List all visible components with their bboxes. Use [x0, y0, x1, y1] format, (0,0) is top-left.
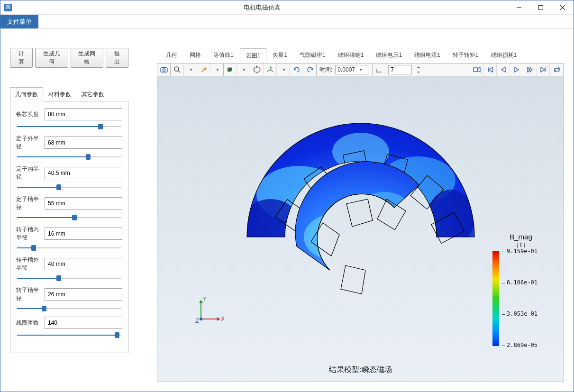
color-legend: B_mag （T） 9.159e-016.106e-013.053e-012.8… — [492, 233, 549, 346]
frame-input[interactable] — [388, 65, 412, 74]
param-label: 转子槽外半径 — [16, 256, 43, 272]
time-value: 0.0007 — [337, 66, 355, 73]
axes-icon[interactable]: y — [264, 64, 277, 76]
content: 计算 生成几何 生成网格 退出 几何参数 材料参数 其它参数 铁芯长度 定 — [0, 29, 574, 392]
plot-tab[interactable]: 绕组磁链1 — [332, 48, 370, 63]
svg-rect-7 — [163, 67, 165, 68]
skip-end-icon[interactable] — [537, 64, 550, 76]
time-select[interactable]: 0.0007▾ — [335, 65, 368, 74]
camera-icon[interactable] — [157, 64, 171, 76]
param-row: 铁芯长度 — [16, 108, 122, 130]
svg-rect-12 — [255, 67, 259, 72]
minimize-button[interactable] — [508, 0, 530, 15]
param-input[interactable] — [45, 108, 122, 120]
plot-tab[interactable]: 网格 — [183, 48, 207, 63]
gen-mesh-button[interactable]: 生成网格 — [71, 48, 104, 68]
param-input[interactable] — [45, 197, 122, 210]
tab-other-params[interactable]: 其它参数 — [76, 87, 109, 101]
param-slider[interactable] — [17, 245, 121, 251]
param-label: 转子槽内半径 — [16, 226, 43, 242]
wand-icon[interactable] — [197, 64, 210, 76]
zoom-icon[interactable] — [171, 64, 184, 76]
plot-tab[interactable]: 云图1 — [240, 48, 267, 63]
svg-line-9 — [178, 71, 180, 73]
param-row: 转子槽外半径 — [16, 256, 122, 282]
legend-colorbar — [492, 251, 499, 346]
axes-dropdown-icon[interactable]: ▾ — [277, 64, 290, 76]
param-input[interactable] — [45, 167, 122, 179]
param-tabs: 几何参数 材料参数 其它参数 — [10, 87, 128, 101]
rotate-ccw-icon[interactable] — [290, 64, 303, 76]
params-body: 铁芯长度 定子外半径 定子内半径 — [10, 101, 128, 353]
param-input[interactable] — [45, 228, 122, 240]
contour-plot — [228, 123, 493, 322]
record-icon[interactable] — [470, 64, 483, 76]
param-label: 线圈匝数 — [16, 319, 43, 327]
param-input[interactable] — [45, 288, 122, 301]
app-icon — [3, 3, 13, 12]
param-input[interactable] — [45, 258, 122, 270]
param-slider[interactable] — [17, 184, 121, 191]
titlebar: 电机电磁仿真 — [0, 0, 574, 15]
close-button[interactable] — [552, 0, 574, 15]
skip-start-icon[interactable] — [483, 64, 497, 76]
svg-text:y: y — [271, 66, 273, 69]
plot-area[interactable]: X Y Z B_mag （T） 9.159e-016.106e-013.053e… — [157, 76, 564, 382]
plot-tab[interactable]: 气隙磁密1 — [293, 48, 332, 63]
action-buttons: 计算 生成几何 生成网格 退出 — [10, 48, 128, 68]
param-slider[interactable] — [17, 332, 121, 338]
svg-rect-11 — [228, 68, 231, 72]
param-input[interactable] — [45, 317, 122, 329]
exit-button[interactable]: 退出 — [106, 48, 128, 68]
gen-geometry-button[interactable]: 生成几何 — [35, 48, 68, 68]
rotate-cw-icon[interactable] — [303, 64, 317, 76]
move-icon[interactable] — [250, 64, 264, 76]
plot-tab[interactable]: 转子转矩1 — [446, 48, 485, 63]
param-row: 定子槽半径 — [16, 195, 122, 221]
svg-text:Y: Y — [203, 296, 207, 302]
wand-dropdown-icon[interactable]: ▾ — [210, 64, 224, 76]
plot-tab[interactable]: 几何 — [160, 48, 183, 63]
svg-line-14 — [270, 70, 273, 72]
plot-tab[interactable]: 绕组损耗1 — [485, 48, 523, 63]
param-label: 定子槽半径 — [16, 195, 43, 211]
fast-forward-icon[interactable] — [523, 64, 537, 76]
play-reverse-icon[interactable] — [497, 64, 510, 76]
tab-geometry-params[interactable]: 几何参数 — [10, 87, 43, 101]
param-row: 转子槽半径 — [16, 286, 122, 312]
param-slider[interactable] — [17, 154, 121, 160]
legend-tick: 2.869e-05 — [502, 342, 538, 348]
plot-tab[interactable]: 等值线1 — [207, 48, 240, 63]
param-input[interactable] — [45, 137, 122, 149]
app-window: 电机电磁仿真 文件菜单 计算 生成几何 生成网格 退出 几何参数 材料参数 其它… — [0, 0, 574, 392]
param-label: 定子内半径 — [16, 165, 43, 181]
svg-point-37 — [342, 246, 389, 303]
zoom-dropdown-icon[interactable]: ▾ — [184, 64, 197, 76]
plot-tab[interactable]: 绕组电压1 — [370, 48, 408, 63]
cube-dropdown-icon[interactable]: ▾ — [237, 64, 250, 76]
menubar: 文件菜单 — [0, 15, 574, 29]
param-slider[interactable] — [17, 123, 121, 130]
time-label: 时间: — [317, 66, 335, 74]
loop-icon[interactable] — [550, 64, 564, 76]
frame-spinner-icon[interactable] — [412, 64, 425, 76]
svg-rect-19 — [474, 68, 478, 72]
play-icon[interactable] — [510, 64, 523, 76]
cube-icon[interactable] — [224, 64, 237, 76]
maximize-button[interactable] — [530, 0, 552, 15]
plot-tab[interactable]: 矢量1 — [266, 48, 293, 63]
param-slider[interactable] — [17, 275, 121, 282]
svg-rect-2 — [539, 5, 543, 9]
param-slider[interactable] — [17, 305, 121, 312]
timeline-icon[interactable] — [372, 64, 385, 76]
legend-tick: 6.106e-01 — [502, 279, 538, 286]
svg-text:Z: Z — [195, 318, 199, 324]
file-menu[interactable]: 文件菜单 — [0, 15, 38, 28]
svg-point-8 — [174, 67, 179, 71]
compute-button[interactable]: 计算 — [10, 48, 33, 68]
param-slider[interactable] — [17, 214, 121, 221]
tab-material-params[interactable]: 材料参数 — [43, 87, 76, 101]
param-label: 转子槽半径 — [16, 286, 43, 302]
plot-tab[interactable]: 绕组电流1 — [408, 48, 446, 63]
plot-toolbar: ▾ ▾ ▾ y ▾ 时间: 0.0007▾ — [157, 63, 564, 76]
